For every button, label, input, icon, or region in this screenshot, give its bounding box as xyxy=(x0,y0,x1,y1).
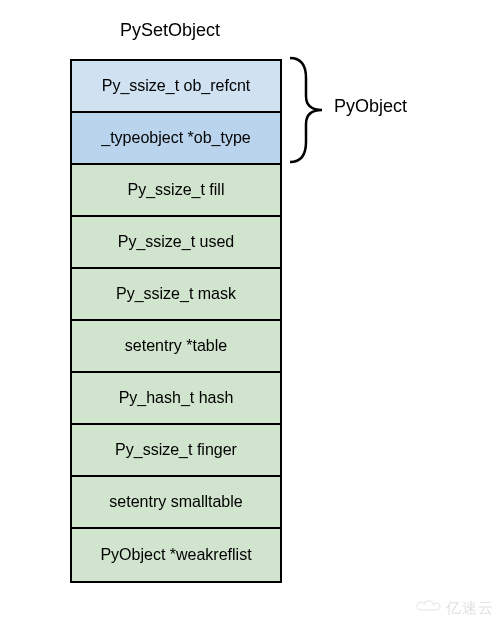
struct-table: Py_ssize_t ob_refcnt _typeobject *ob_typ… xyxy=(70,59,282,583)
field-smalltable: setentry smalltable xyxy=(72,477,280,529)
field-used: Py_ssize_t used xyxy=(72,217,280,269)
brace-label: PyObject xyxy=(334,96,407,117)
diagram-container: PySetObject Py_ssize_t ob_refcnt _typeob… xyxy=(0,0,504,583)
struct-title: PySetObject xyxy=(120,20,504,41)
field-mask: Py_ssize_t mask xyxy=(72,269,280,321)
field-table: setentry *table xyxy=(72,321,280,373)
field-weakreflist: PyObject *weakreflist xyxy=(72,529,280,581)
field-hash: Py_hash_t hash xyxy=(72,373,280,425)
field-ob-refcnt: Py_ssize_t ob_refcnt xyxy=(72,61,280,113)
field-ob-type: _typeobject *ob_type xyxy=(72,113,280,165)
cloud-icon xyxy=(414,597,442,619)
watermark: 亿速云 xyxy=(414,597,494,619)
field-finger: Py_ssize_t finger xyxy=(72,425,280,477)
field-fill: Py_ssize_t fill xyxy=(72,165,280,217)
brace-icon xyxy=(286,56,326,164)
watermark-text: 亿速云 xyxy=(446,599,494,618)
